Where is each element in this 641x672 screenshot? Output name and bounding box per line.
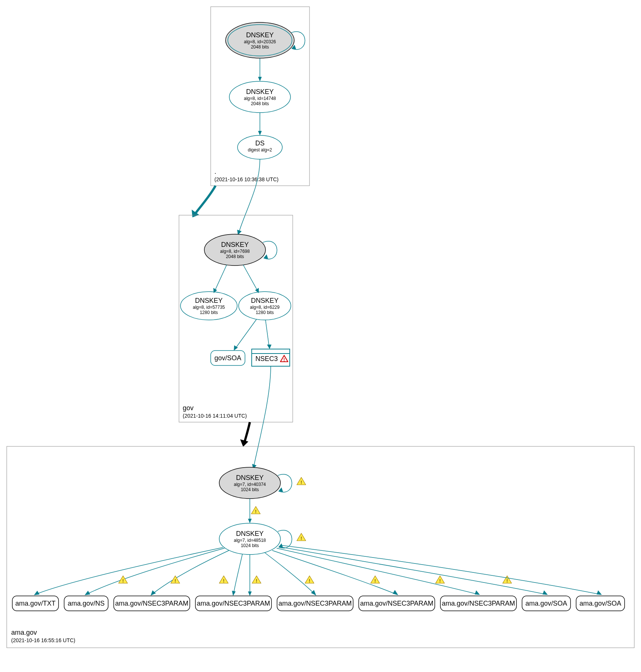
svg-text:ama.gov/NSEC3PARAM: ama.gov/NSEC3PARAM bbox=[360, 600, 434, 607]
svg-text:DNSKEY: DNSKEY bbox=[236, 530, 264, 537]
svg-marker-88 bbox=[232, 591, 236, 596]
svg-text:!: ! bbox=[374, 578, 376, 584]
zone-gov: gov (2021-10-16 14:11:04 UTC) DNSKEY alg… bbox=[179, 215, 293, 422]
svg-text:1280 bits: 1280 bits bbox=[200, 310, 218, 315]
svg-marker-15 bbox=[258, 131, 262, 135]
rr-ama-nsec3p-1: ama.gov/NSEC3PARAM bbox=[114, 596, 190, 611]
rr-ama-soa-2: ama.gov/SOA bbox=[576, 596, 625, 611]
svg-marker-103 bbox=[543, 590, 548, 595]
svg-text:alg=8, id=14748: alg=8, id=14748 bbox=[244, 96, 276, 101]
rr-ama-nsec3p-4: ama.gov/NSEC3PARAM bbox=[359, 596, 435, 611]
zone-ama: ama.gov (2021-10-16 16:55:16 UTC) DNSKEY… bbox=[7, 446, 634, 648]
edge-gov-nsec3-to-ama-ksk bbox=[254, 366, 271, 467]
zone-root-timestamp: (2021-10-16 10:36:38 UTC) bbox=[214, 176, 279, 182]
svg-rect-45 bbox=[7, 446, 634, 648]
svg-marker-23 bbox=[264, 254, 268, 259]
warning-icon: ! bbox=[503, 576, 512, 584]
zone-gov-name: gov bbox=[183, 404, 194, 412]
svg-text:DNSKEY: DNSKEY bbox=[221, 241, 249, 248]
node-gov-soa: gov/SOA bbox=[211, 351, 245, 365]
zone-gov-timestamp: (2021-10-16 14:11:04 UTC) bbox=[183, 413, 247, 419]
svg-text:DNSKEY: DNSKEY bbox=[246, 31, 274, 39]
svg-text:!: ! bbox=[283, 357, 285, 362]
svg-text:alg=8, id=7698: alg=8, id=7698 bbox=[220, 249, 250, 254]
svg-marker-91 bbox=[248, 591, 252, 596]
warning-icon: ! bbox=[251, 506, 260, 514]
warning-icon: ! bbox=[371, 576, 380, 584]
svg-text:!: ! bbox=[122, 578, 124, 584]
warning-icon: ! bbox=[436, 576, 444, 584]
warning-icon: ! bbox=[252, 576, 261, 584]
svg-text:DNSKEY: DNSKEY bbox=[195, 297, 223, 304]
svg-marker-42 bbox=[267, 345, 271, 349]
node-gov-ksk: DNSKEY alg=8, id=7698 2048 bits bbox=[204, 234, 265, 266]
edge-ds-to-gov-ksk bbox=[239, 159, 260, 233]
edge-gov-ksk-to-zsk1 bbox=[214, 265, 227, 292]
svg-text:!: ! bbox=[175, 578, 176, 584]
svg-text:1280 bits: 1280 bits bbox=[256, 310, 274, 315]
svg-text:alg=8, id=57735: alg=8, id=57735 bbox=[193, 305, 225, 310]
node-root-ds: DS digest alg=2 bbox=[238, 135, 282, 159]
node-ama-zsk: DNSKEY alg=7, id=48518 1024 bits bbox=[219, 523, 280, 555]
svg-text:ama.gov/NSEC3PARAM: ama.gov/NSEC3PARAM bbox=[279, 600, 352, 607]
svg-text:ama.gov/NSEC3PARAM: ama.gov/NSEC3PARAM bbox=[442, 600, 515, 607]
svg-text:ama.gov/NS: ama.gov/NS bbox=[67, 600, 104, 607]
svg-text:ama.gov/TXT: ama.gov/TXT bbox=[15, 600, 56, 607]
node-ama-ksk: DNSKEY alg=7, id=40374 1024 bits bbox=[219, 467, 280, 499]
svg-marker-106 bbox=[597, 590, 602, 595]
svg-text:2048 bits: 2048 bits bbox=[251, 44, 269, 50]
svg-text:gov/SOA: gov/SOA bbox=[214, 354, 241, 362]
node-root-zsk: DNSKEY alg=8, id=14748 2048 bits bbox=[229, 81, 290, 113]
svg-text:!: ! bbox=[301, 480, 302, 485]
svg-text:alg=8, id=6229: alg=8, id=6229 bbox=[250, 305, 280, 310]
svg-marker-43 bbox=[240, 439, 248, 447]
svg-text:2048 bits: 2048 bits bbox=[251, 101, 269, 106]
zone-ama-timestamp: (2021-10-16 16:55:16 UTC) bbox=[11, 637, 75, 643]
svg-marker-100 bbox=[475, 590, 480, 595]
svg-text:alg=7, id=48518: alg=7, id=48518 bbox=[234, 538, 266, 543]
svg-text:NSEC3: NSEC3 bbox=[255, 355, 278, 362]
node-gov-zsk1: DNSKEY alg=8, id=57735 1280 bits bbox=[180, 292, 237, 320]
dnssec-auth-graph: . (2021-10-16 10:36:38 UTC) DNSKEY alg=8… bbox=[0, 0, 641, 672]
svg-marker-50 bbox=[279, 487, 283, 492]
edge-delegation-root-to-gov bbox=[195, 186, 216, 214]
zone-ama-name: ama.gov bbox=[11, 629, 37, 636]
zone-root-name: . bbox=[214, 168, 216, 175]
svg-marker-11 bbox=[258, 77, 262, 81]
svg-text:!: ! bbox=[255, 509, 257, 514]
rr-ama-nsec3p-2: ama.gov/NSEC3PARAM bbox=[195, 596, 271, 611]
node-gov-zsk2: DNSKEY alg=8, id=6229 1280 bits bbox=[239, 292, 291, 320]
svg-text:DNSKEY: DNSKEY bbox=[246, 88, 274, 95]
svg-text:!: ! bbox=[256, 578, 257, 584]
svg-text:digest alg=2: digest alg=2 bbox=[248, 147, 272, 153]
warning-icon: ! bbox=[297, 533, 306, 541]
svg-marker-85 bbox=[151, 590, 156, 596]
edge-gov-ksk-to-zsk2 bbox=[243, 265, 258, 292]
svg-marker-97 bbox=[393, 590, 398, 595]
svg-text:DNSKEY: DNSKEY bbox=[236, 474, 264, 481]
zone-root: . (2021-10-16 10:36:38 UTC) DNSKEY alg=8… bbox=[211, 7, 309, 186]
svg-text:!: ! bbox=[223, 578, 224, 584]
svg-text:!: ! bbox=[309, 578, 310, 584]
node-gov-nsec3: NSEC3 ! bbox=[252, 349, 290, 366]
svg-text:!: ! bbox=[301, 536, 302, 541]
edge-gov-zsk2-to-soa bbox=[235, 319, 257, 349]
svg-marker-94 bbox=[311, 590, 316, 596]
rr-ama-nsec3p-5: ama.gov/NSEC3PARAM bbox=[440, 596, 516, 611]
node-root-ksk: DNSKEY alg=8, id=20326 2048 bits bbox=[226, 22, 294, 58]
svg-text:1024 bits: 1024 bits bbox=[241, 487, 259, 492]
warning-icon: ! bbox=[297, 477, 306, 485]
svg-text:ama.gov/NSEC3PARAM: ama.gov/NSEC3PARAM bbox=[197, 600, 270, 607]
warning-icon: ! bbox=[119, 576, 128, 584]
svg-text:alg=8, id=20326: alg=8, id=20326 bbox=[244, 39, 276, 44]
svg-text:!: ! bbox=[506, 578, 508, 584]
svg-text:ama.gov/SOA: ama.gov/SOA bbox=[579, 600, 621, 607]
svg-text:!: ! bbox=[439, 578, 441, 584]
svg-text:DNSKEY: DNSKEY bbox=[251, 297, 279, 304]
warning-icon: ! bbox=[305, 576, 314, 584]
edge-delegation-gov-to-ama bbox=[244, 422, 250, 443]
edge-gov-zsk2-to-nsec3 bbox=[265, 320, 269, 348]
svg-text:1024 bits: 1024 bits bbox=[241, 543, 259, 548]
rr-ama-ns: ama.gov/NS bbox=[64, 596, 108, 611]
warning-icon: ! bbox=[219, 576, 228, 584]
